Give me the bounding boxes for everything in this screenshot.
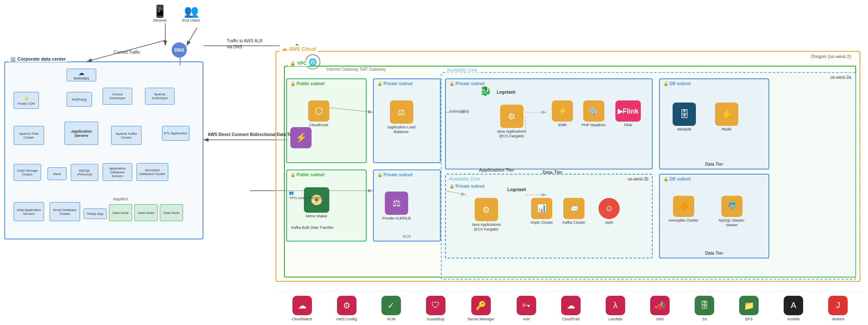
php-myadmin-box: 🐘 PHP Myadmin (581, 100, 606, 128)
php-myadmin-label: PHP Myadmin (581, 123, 606, 128)
apache-flink-label: Apache Flink Cluster (15, 132, 42, 139)
service-icon-img-6: ☁ (561, 296, 581, 315)
service-icon-cloudtrail: ☁CloudTrail (558, 296, 584, 321)
db-subnet-2a-bottom: 🔒 DB subnet 🔶 Aerospike Cluster 🐬 MySQL … (659, 174, 769, 258)
end-users-label: End Users (182, 18, 200, 23)
service-icon-lambda: λLambda (603, 296, 628, 321)
maprfs-label: MapRFS (113, 197, 128, 201)
service-icon-img-9: 🗄 (695, 296, 714, 315)
mysql-percona-node: MySQL (Percona) (71, 164, 98, 181)
flink-box: ▶Flink Flink (615, 100, 641, 128)
public-subnet-bottom-label: 🔒 Public subnet (290, 172, 324, 177)
vpn-users-label: 👥VPN users/developers (289, 191, 327, 200)
websites-label: Websites (74, 76, 89, 81)
az-2b-sublabel: us-west-2b (628, 177, 648, 181)
druid-label: Druid Database Cluster (51, 208, 78, 216)
aerospike-dc-node: Aerospike Database Cluster (136, 163, 168, 181)
kafka-cluster-label: Kafka Cluster (562, 220, 585, 225)
app-tier-label: Application Tier (479, 167, 514, 172)
consul-zookeeper-node: Consul Zookeeper (103, 88, 132, 105)
service-label-6: CloudTrail (562, 317, 580, 321)
private-alb-box: ⚖ Private ALB/NLB (382, 192, 411, 221)
mysql-master-label: MySQL Master-Master (715, 218, 749, 228)
service-icon-aws-config: ⚙AWS Config (334, 296, 359, 321)
service-icon-secret-manager: 🔑Secret Manager (467, 296, 495, 321)
slave-node: Slave (47, 167, 67, 180)
current-traffic-label: Current Traffic (114, 50, 140, 55)
data-node-3-label: Data Node (163, 211, 179, 215)
private-subnet-top-label: 🔒 Private subnet (377, 81, 413, 86)
devices-box: 📱 Devices (153, 4, 167, 23)
mysql-percona-label: MySQL (Percona) (72, 169, 97, 176)
consul-label: Consul Zookeeper (104, 92, 131, 100)
jetty-node: Jetty Application Servers (14, 202, 44, 221)
ceph-box: ⊙ ceph (598, 198, 620, 225)
aerospike-dc-label: Aerospike Database Cluster (138, 168, 167, 176)
java-apps-top-box: ⚙ Java Applications (ECS Fargate) (492, 105, 531, 139)
dns-box: DNS (172, 42, 187, 59)
service-label-8: SNS (656, 317, 664, 321)
service-icon-cloudwatch: ☁CloudWatch (289, 296, 315, 321)
service-label-10: EFS (745, 317, 753, 321)
flink-label: Flink (624, 123, 632, 128)
service-icon-iam: 🗝IAM (514, 296, 539, 321)
apache-flink-node: Apache Flink Cluster (14, 126, 44, 145)
service-icon-sns: 📣SNS (647, 296, 673, 321)
fastly-cdn-node: ⚡ Fastly CDN (14, 92, 39, 109)
db-subnet-2a-top: 🔒 DB subnet 🗄 MetaDB ⚡ Redis Data Tier (659, 78, 769, 169)
apache-kafka-node: Apache Kafka Cluster (111, 126, 142, 145)
service-icon-img-1: ⚙ (337, 296, 356, 315)
service-icon-img-5: 🗝 (517, 296, 536, 315)
dns-icon: DNS (174, 47, 184, 53)
haproxy-label: HAProxy (72, 97, 87, 102)
etl-label: ETL Application (164, 131, 187, 135)
service-icon-img-8: 📣 (650, 296, 670, 315)
logstash-top-icon: 🐉 (480, 86, 491, 97)
service-label-1: AWS Config (336, 317, 357, 321)
service-icon-img-4: 🔑 (471, 296, 491, 315)
apache-kafka-label: Apache Kafka Cluster (113, 132, 140, 139)
service-label-0: CloudWatch (292, 317, 312, 321)
private-subnet-bottom: 🔒 Private subnet ⚖ Private ALB/NLB ECS (373, 169, 441, 242)
etl-app-node: ETL Application (162, 126, 189, 141)
data-node-3: Data Node (160, 204, 183, 221)
haproxy-node: HAProxy (67, 92, 92, 107)
websites-node: ☁ Websites (67, 69, 96, 81)
fastly-cdn-label: Fastly CDN (18, 102, 35, 106)
logstash-top-label: Logstash (497, 90, 515, 94)
public-subnet-top: 🔒 Public subnet ⬡ CloudFront (286, 78, 367, 163)
alb-label: Application Load Balancer (382, 125, 420, 134)
private-subnet-2a-top: 🔒 Private subnet Logstash 🐉 Autoscaling … (445, 78, 653, 169)
service-label-12: Jenkins (832, 317, 845, 321)
corporate-dc: 🏢 Corporate data center ☁ Websites ⚡ Fas… (4, 61, 203, 239)
ecs-label: ECS (403, 234, 411, 239)
az-2a-label: Availability Zone (445, 68, 479, 72)
kafka-bulk-label: Kafka Bulk Data Transfer (291, 225, 334, 230)
service-icon-img-10: 📁 (739, 296, 759, 315)
data-node-2: Data Node (134, 204, 158, 221)
data-node-1: Data Node (109, 204, 132, 221)
java-apps-top-label: Java Applications (ECS Fargate) (492, 129, 531, 139)
ceph-label: ceph (605, 220, 613, 225)
mirror-maker-label: Mirror Maker (306, 214, 328, 219)
az-2a-sublabel: us-west-2a (830, 75, 851, 80)
app-db-label: Application Database Servers (104, 167, 131, 178)
kafka-cluster-box: 📨 Kafka Cluster (562, 198, 585, 225)
metadb-label: MetaDB (677, 127, 691, 132)
service-icon-jenkins: JJenkins (825, 296, 851, 321)
data-tier-2a-box: Availability Zone us-west-2b 🔒 Private s… (445, 174, 653, 258)
service-icon-img-2: ✓ (381, 296, 401, 315)
autoscaling-top-label: Autoscaling (449, 109, 469, 113)
service-icon-img-3: 🛡 (426, 296, 445, 315)
traffic-aws-alb-label: Traffic to AWS ALB via DNS (227, 38, 262, 50)
service-icon-acm: ✓ACM (378, 296, 404, 321)
aws-cloud-label: ☁ AWS Cloud (280, 45, 318, 52)
cloudfront-label: CloudFront (309, 123, 328, 128)
devices-label: Devices (153, 18, 167, 23)
direct-connect-icon: ⚡ (290, 127, 312, 148)
app-db-servers-node: Application Database Servers (103, 163, 132, 181)
data-node-2-label: Data Node (138, 211, 154, 215)
logstash-bottom-label: Logstash (507, 187, 526, 192)
aerospike-aws-box: 🔶 Aerospike Cluster (668, 196, 698, 223)
application-servers-label: Application Servers (66, 129, 97, 138)
